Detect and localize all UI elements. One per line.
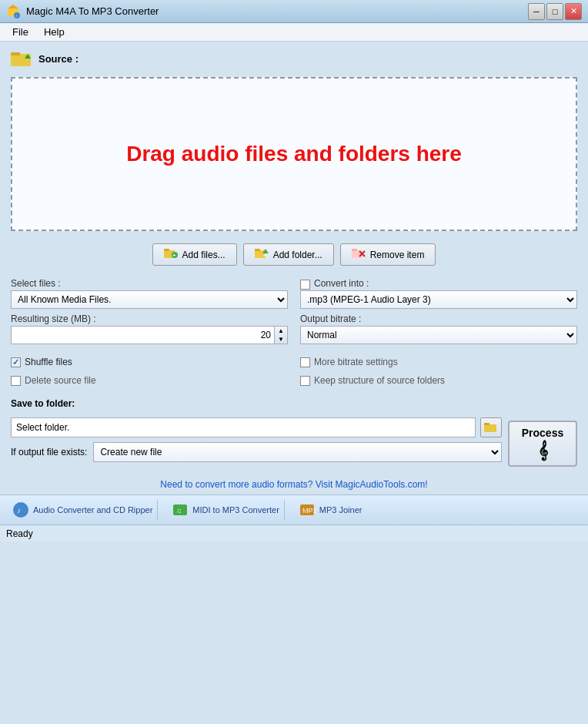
app-title: Magic M4A To MP3 Converter — [26, 5, 159, 17]
select-files-dropdown[interactable]: All Known Media Files. — [11, 290, 288, 309]
svg-rect-8 — [164, 249, 169, 251]
output-exists-dropdown[interactable]: Create new file — [93, 442, 502, 462]
svg-text:+: + — [263, 252, 267, 259]
output-bitrate-dropdown[interactable]: Normal — [300, 326, 577, 344]
form-grid: Select files : All Known Media Files. Co… — [11, 278, 577, 344]
tool-mp3-joiner-label: MP3 Joiner — [319, 505, 362, 515]
resulting-size-spinner: ▲ ▼ — [11, 326, 288, 344]
tool-midi-label: MIDI to MP3 Converter — [192, 505, 279, 515]
midi-converter-icon: ♫ — [172, 501, 189, 518]
shuffle-files-label: Shuffle files — [25, 357, 72, 367]
main-container: Source : Drag audio files and folders he… — [0, 42, 588, 474]
spinner-down-button[interactable]: ▼ — [275, 335, 287, 344]
promo-link[interactable]: Need to convert more audio formats? Visi… — [160, 479, 427, 490]
select-files-section: Select files : All Known Media Files. — [11, 278, 288, 309]
convert-into-row: Convert into : — [300, 278, 577, 290]
convert-into-dropdown[interactable]: .mp3 (MPEG-1 Audio Layer 3) — [300, 290, 577, 309]
delete-source-checkbox[interactable] — [11, 376, 21, 386]
title-bar: ♪ Magic M4A To MP3 Converter ─ □ ✕ — [0, 0, 588, 23]
more-bitrate-checkbox[interactable] — [300, 357, 310, 367]
add-files-label: Add files... — [182, 250, 226, 260]
checkboxes-grid: ✓ Shuffle files More bitrate settings De… — [11, 354, 577, 386]
shuffle-files-row: ✓ Shuffle files — [11, 357, 288, 367]
add-folder-label: Add folder... — [273, 250, 322, 260]
toolbar-buttons-row: + Add files... + Add folder... — [11, 243, 577, 266]
output-bitrate-section: Output bitrate : Normal — [300, 313, 577, 344]
mp3-joiner-icon: MP3 — [299, 501, 316, 518]
tool-audio-label: Audio Converter and CD Ripper — [33, 505, 152, 515]
svg-text:MP3: MP3 — [302, 507, 316, 515]
promo-bar: Need to convert more audio formats? Visi… — [0, 474, 588, 494]
shuffle-files-checkbox[interactable]: ✓ — [11, 357, 21, 367]
source-row: Source : — [11, 49, 577, 68]
svg-point-21 — [13, 502, 28, 518]
tool-midi-converter[interactable]: ♫ MIDI to MP3 Converter — [167, 500, 284, 520]
save-to-folder-label: Save to folder: — [11, 398, 577, 409]
app-icon: ♪ — [6, 4, 22, 19]
svg-rect-20 — [484, 423, 489, 425]
svg-text:♪: ♪ — [17, 506, 21, 515]
process-label: Process — [522, 427, 563, 439]
delete-source-row: Delete source file — [11, 375, 288, 386]
svg-rect-19 — [484, 424, 496, 432]
add-folder-icon: + — [255, 247, 269, 262]
resulting-size-input[interactable] — [11, 326, 274, 344]
add-files-icon: + — [164, 247, 178, 262]
resulting-size-label: Resulting size (MB) : — [11, 313, 288, 324]
folder-input-row — [11, 417, 502, 437]
tool-mp3-joiner[interactable]: MP3 MP3 Joiner — [294, 500, 367, 520]
convert-into-label: Convert into : — [314, 278, 369, 289]
more-bitrate-row: More bitrate settings — [300, 357, 577, 367]
convert-into-section: Convert into : .mp3 (MPEG-1 Audio Layer … — [300, 278, 577, 309]
svg-marker-1 — [8, 5, 18, 8]
process-icon: 𝄞 — [538, 441, 548, 461]
minimize-button[interactable]: ─ — [528, 3, 545, 20]
tool-audio-converter[interactable]: ♪ Audio Converter and CD Ripper — [8, 500, 158, 520]
maximize-button[interactable]: □ — [546, 3, 563, 20]
drop-text: Drag audio files and folders here — [126, 142, 462, 166]
keep-structure-row: Keep structure of source folders — [300, 375, 577, 386]
menu-help[interactable]: Help — [38, 25, 71, 39]
add-folder-button[interactable]: + Add folder... — [243, 243, 334, 266]
status-bar: Ready — [0, 525, 588, 541]
keep-structure-label: Keep structure of source folders — [314, 375, 445, 386]
shuffle-checkmark: ✓ — [12, 357, 19, 367]
resulting-size-section: Resulting size (MB) : ▲ ▼ — [11, 313, 288, 344]
select-files-label: Select files : — [11, 278, 288, 289]
svg-text:+: + — [172, 252, 176, 259]
svg-text:♫: ♫ — [176, 507, 182, 515]
folder-browse-icon — [484, 421, 498, 434]
svg-rect-16 — [352, 249, 357, 251]
menu-file[interactable]: File — [6, 25, 35, 39]
keep-structure-checkbox[interactable] — [300, 376, 310, 386]
convert-into-checkbox[interactable] — [300, 280, 310, 290]
add-files-button[interactable]: + Add files... — [152, 243, 237, 266]
remove-item-label: Remove item — [370, 250, 425, 260]
more-bitrate-label: More bitrate settings — [314, 357, 398, 367]
spinner-controls: ▲ ▼ — [274, 326, 288, 344]
status-text: Ready — [6, 528, 33, 539]
svg-rect-12 — [255, 249, 260, 251]
audio-converter-icon: ♪ — [12, 501, 29, 518]
output-exists-label: If output file exists: — [11, 447, 87, 458]
process-button[interactable]: Process 𝄞 — [508, 421, 577, 467]
delete-source-label: Delete source file — [25, 375, 96, 386]
close-button[interactable]: ✕ — [565, 3, 582, 20]
source-label: Source : — [38, 53, 79, 65]
output-bitrate-label: Output bitrate : — [300, 313, 577, 324]
bottom-left: If output file exists: Create new file — [11, 417, 502, 467]
svg-rect-5 — [11, 52, 20, 55]
spinner-up-button[interactable]: ▲ — [275, 327, 287, 335]
bottom-toolbar: ♪ Audio Converter and CD Ripper ♫ MIDI t… — [0, 494, 588, 525]
process-row: If output file exists: Create new file — [11, 442, 502, 462]
remove-item-icon — [352, 247, 366, 262]
source-folder-icon — [11, 49, 32, 68]
folder-browse-button[interactable] — [480, 417, 502, 437]
bottom-section: If output file exists: Create new file P… — [11, 417, 577, 467]
drop-area[interactable]: Drag audio files and folders here — [11, 77, 577, 231]
folder-input[interactable] — [11, 417, 476, 437]
remove-item-button[interactable]: Remove item — [340, 243, 436, 266]
menu-bar: File Help — [0, 23, 588, 42]
